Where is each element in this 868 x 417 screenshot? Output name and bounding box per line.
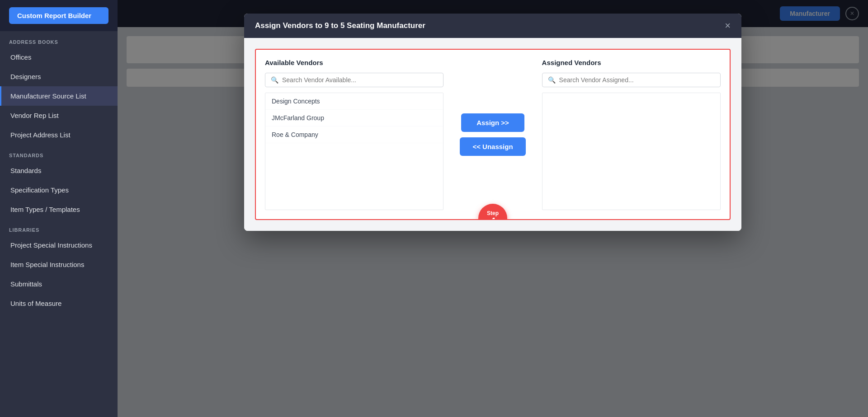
- unassign-button[interactable]: << Unassign: [460, 137, 525, 156]
- modal-title: Assign Vendors to 9 to 5 Seating Manufac…: [255, 21, 425, 30]
- sidebar-logo-area: Custom Report Builder: [0, 0, 118, 31]
- sidebar-item-submittals[interactable]: Submittals: [0, 274, 118, 294]
- custom-report-builder-button[interactable]: Custom Report Builder: [9, 7, 108, 24]
- main-area: Manufacturer × Assign Vendors to 9 to 5 …: [118, 0, 868, 417]
- available-vendors-heading: Available Vendors: [265, 59, 443, 66]
- assigned-vendors-list: [542, 93, 721, 210]
- available-search-icon: 🔍: [271, 76, 278, 84]
- assigned-search-input[interactable]: [559, 76, 715, 84]
- sidebar-item-item-special-instructions[interactable]: Item Special Instructions: [0, 255, 118, 274]
- available-vendors-column: Available Vendors 🔍 Design ConceptsJMcFa…: [256, 50, 453, 219]
- available-vendor-item[interactable]: JMcFarland Group: [265, 110, 443, 127]
- modal-header: Assign Vendors to 9 to 5 Seating Manufac…: [244, 14, 741, 38]
- assigned-vendors-column: Assigned Vendors 🔍: [533, 50, 730, 219]
- assigned-search-box[interactable]: 🔍: [542, 73, 721, 87]
- sidebar-item-project-address-list[interactable]: Project Address List: [0, 125, 118, 145]
- assign-button[interactable]: Assign >>: [461, 113, 524, 132]
- assigned-search-icon: 🔍: [548, 76, 556, 84]
- assigned-vendors-heading: Assigned Vendors: [542, 59, 721, 66]
- sidebar-item-project-special-instructions[interactable]: Project Special Instructions: [0, 235, 118, 255]
- sidebar-item-units-of-measure[interactable]: Units of Measure: [0, 294, 118, 313]
- assign-vendors-modal: Assign Vendors to 9 to 5 Seating Manufac…: [244, 14, 741, 231]
- sidebar: Custom Report Builder ADDRESS BOOKSOffic…: [0, 0, 118, 417]
- available-vendor-item[interactable]: Design Concepts: [265, 93, 443, 110]
- available-search-input[interactable]: [282, 76, 438, 84]
- modal-close-button[interactable]: ×: [725, 21, 731, 31]
- sidebar-item-vendor-rep-list[interactable]: Vendor Rep List: [0, 106, 118, 125]
- step-badge: Step 4: [478, 204, 507, 220]
- sidebar-item-item-types-templates[interactable]: Item Types / Templates: [0, 200, 118, 219]
- sidebar-section-address-books: ADDRESS BOOKS: [0, 31, 118, 47]
- available-vendors-list: Design ConceptsJMcFarland GroupRoe & Com…: [265, 93, 443, 210]
- sidebar-item-specification-types[interactable]: Specification Types: [0, 180, 118, 200]
- sidebar-section-libraries: LIBRARIES: [0, 219, 118, 235]
- modal-overlay: Assign Vendors to 9 to 5 Seating Manufac…: [118, 0, 868, 417]
- available-vendor-item[interactable]: Roe & Company: [265, 127, 443, 143]
- sidebar-item-designers[interactable]: Designers: [0, 67, 118, 86]
- assign-controls: Assign >> << Unassign Step 4: [453, 50, 533, 219]
- assign-panel: Available Vendors 🔍 Design ConceptsJMcFa…: [255, 49, 731, 220]
- sidebar-item-standards[interactable]: Standards: [0, 161, 118, 180]
- sidebar-section-standards: STANDARDS: [0, 145, 118, 161]
- modal-body: Available Vendors 🔍 Design ConceptsJMcFa…: [244, 38, 741, 231]
- step-number: 4: [490, 216, 495, 220]
- sidebar-item-manufacturer-source-list[interactable]: Manufacturer Source List: [0, 86, 118, 106]
- available-search-box[interactable]: 🔍: [265, 73, 443, 87]
- sidebar-item-offices[interactable]: Offices: [0, 47, 118, 67]
